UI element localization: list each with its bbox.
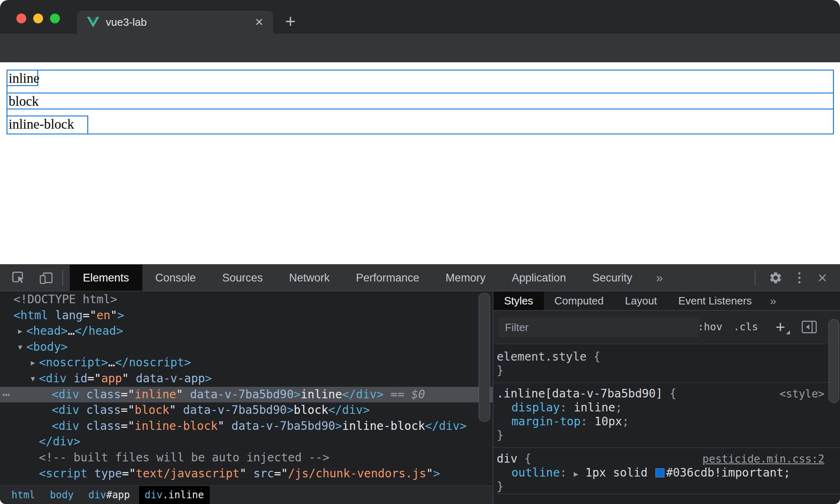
browser-tab[interactable]: vue3-lab ✕	[77, 11, 273, 34]
code-token	[129, 372, 136, 385]
dom-code: <body>	[0, 339, 493, 355]
code-token: "	[240, 467, 247, 480]
css-line[interactable]: outline: ▶ 1px solid #036cdb!important;	[497, 466, 840, 480]
dom-code: <script type="text/javascript" src="/js/…	[0, 466, 493, 482]
dom-row[interactable]: ▼<div id="app" data-v-app>	[0, 371, 493, 387]
tab-application[interactable]: Application	[499, 265, 579, 291]
code-token: …	[68, 324, 75, 338]
dom-row[interactable]: <!DOCTYPE html>	[0, 292, 493, 308]
tab-event-listeners[interactable]: Event Listeners	[668, 292, 762, 310]
code-token: lang	[55, 309, 82, 322]
browser-window: vue3-lab ✕ + localhost:8080 {}	[0, 0, 840, 504]
code-token: inline	[301, 388, 342, 401]
code-token: data-v-app	[136, 372, 205, 385]
devtools-menu-kebab-icon[interactable]	[796, 270, 803, 285]
dom-row[interactable]: </div>	[0, 434, 493, 450]
dom-row[interactable]: ▼<body>	[0, 339, 493, 355]
breadcrumb-body[interactable]: body	[44, 486, 80, 504]
code-token: inline-block	[342, 419, 425, 433]
inline-block-label: inline-block	[9, 117, 74, 132]
styles-scrollbar[interactable]	[829, 319, 839, 403]
inline-block-div-box: inline-block	[7, 116, 88, 134]
breadcrumb-div-app[interactable]: div#app	[83, 486, 136, 504]
code-token: ;	[622, 415, 629, 428]
more-sidebar-tabs-chevron[interactable]: »	[770, 292, 776, 310]
dom-row[interactable]: ▶<noscript>…</noscript>	[0, 355, 493, 371]
code-token: ="	[121, 403, 135, 417]
dom-row[interactable]: ▶<head>…</head>	[0, 323, 493, 339]
tab-performance[interactable]: Performance	[343, 265, 433, 291]
more-tabs-chevron[interactable]: »	[656, 265, 663, 291]
breadcrumb-div-inline[interactable]: div.inline	[139, 486, 210, 504]
stylesheet-source-link[interactable]: pesticide.min.css:2	[703, 452, 824, 466]
breadcrumb-html[interactable]: html	[6, 486, 41, 504]
macos-close-button[interactable]	[16, 14, 26, 23]
expand-arrow-icon[interactable]: ▶	[28, 355, 37, 371]
div-rule-section[interactable]: div { outline: ▶ 1px solid #036cdb!impor…	[493, 448, 840, 494]
expand-arrow-icon[interactable]: ▶	[16, 323, 25, 339]
code-token: src	[253, 467, 274, 480]
code-token: /js/chunk-vendors.js	[288, 467, 426, 480]
code-token: 10px	[594, 415, 622, 428]
macos-zoom-button[interactable]	[50, 14, 60, 23]
tab-console[interactable]: Console	[142, 265, 209, 291]
element-classes-button[interactable]: .cls	[733, 311, 758, 343]
inspect-element-icon[interactable]	[11, 270, 26, 286]
dom-row[interactable]: <div class="inline-block" data-v-7ba5bd9…	[0, 418, 493, 434]
dropdown-corner-icon	[786, 330, 790, 334]
new-style-rule-button[interactable]: +	[776, 311, 785, 343]
inline-div-box: inline	[7, 70, 38, 86]
tab-close-button[interactable]: ✕	[253, 16, 265, 28]
devtools-settings-gear-icon[interactable]	[769, 271, 783, 285]
row-more-actions-icon[interactable]: ⋯	[2, 387, 10, 403]
tab-styles[interactable]: Styles	[493, 292, 544, 310]
devtools-close-icon[interactable]	[816, 272, 829, 284]
code-token: :	[560, 401, 574, 414]
code-token: data-v-7ba5bd90	[231, 419, 335, 433]
tab-computed[interactable]: Computed	[544, 292, 614, 310]
inline-rule-section[interactable]: .inline[data-v-7ba5bd90] { display: inli…	[493, 383, 840, 448]
macos-minimize-button[interactable]	[33, 14, 43, 23]
computed-sidebar-toggle-icon[interactable]	[801, 320, 817, 334]
collapse-arrow-icon[interactable]: ▼	[16, 339, 25, 355]
code-token: data-v-7ba5bd90	[190, 388, 294, 401]
dom-row[interactable]: <html lang="en">	[0, 308, 493, 324]
dom-row[interactable]: <!-- built files will be auto injected -…	[0, 450, 493, 466]
device-toolbar-icon[interactable]	[39, 270, 54, 286]
dom-row[interactable]: <script type="text/javascript" src="/js/…	[0, 466, 493, 482]
toggle-element-state-button[interactable]: :hov	[698, 311, 722, 343]
dom-row[interactable]: <div class="block" data-v-7ba5bd90>block…	[0, 402, 493, 418]
element-style-section[interactable]: element.style { }	[493, 344, 840, 383]
tab-memory[interactable]: Memory	[432, 265, 499, 291]
tab-sources[interactable]: Sources	[209, 265, 276, 291]
dom-code: <html lang="en">	[0, 308, 493, 324]
code-token: "	[218, 419, 225, 433]
tab-elements[interactable]: Elements	[70, 265, 142, 291]
code-token: id	[73, 372, 87, 385]
code-token	[183, 388, 190, 401]
css-line[interactable]: margin-top: 10px;	[497, 415, 840, 429]
dom-code: <!-- built files will be auto injected -…	[0, 450, 493, 466]
dom-code: <head>…</head>	[0, 323, 493, 339]
code-token: >	[335, 419, 342, 433]
color-swatch[interactable]	[655, 468, 664, 477]
tab-network[interactable]: Network	[276, 265, 343, 291]
page-viewport: inline block inline-block	[0, 62, 840, 264]
dom-tree-scrollbar[interactable]	[479, 293, 490, 422]
tab-security[interactable]: Security	[579, 265, 646, 291]
code-token: class	[86, 388, 121, 401]
code-token: </div>	[39, 435, 80, 448]
dom-code: <div class="inline" data-v-7ba5bd90>inli…	[0, 387, 493, 403]
new-tab-button[interactable]: +	[281, 12, 299, 30]
code-token: <html	[14, 309, 48, 322]
css-line: }	[497, 429, 840, 443]
tab-layout[interactable]: Layout	[614, 292, 668, 310]
dom-row-selected[interactable]: ⋯<div class="inline" data-v-7ba5bd90>inl…	[0, 387, 493, 403]
code-token: ="	[83, 309, 97, 322]
collapse-arrow-icon[interactable]: ▼	[28, 371, 37, 387]
css-line[interactable]: display: inline;	[497, 401, 840, 415]
styles-filter-row: :hov .cls +	[493, 311, 840, 344]
code-token: type	[94, 467, 122, 480]
styles-filter-input[interactable]	[498, 317, 699, 338]
style-source-link[interactable]: <style>	[779, 387, 824, 401]
